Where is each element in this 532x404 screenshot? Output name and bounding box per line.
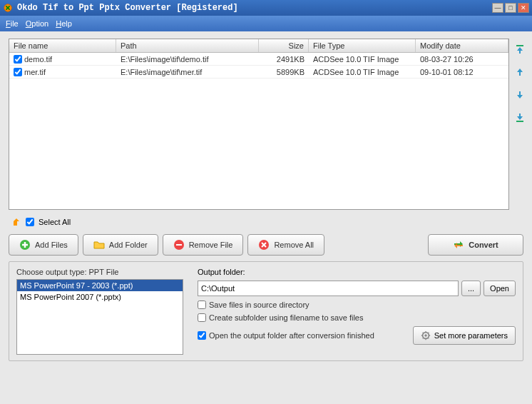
convert-button[interactable]: Convert <box>428 234 523 256</box>
remove-file-button[interactable]: Remove File <box>163 234 244 256</box>
cell-path: E:\Files\image\tif\mer.tif <box>116 67 259 77</box>
menu-file[interactable]: File <box>6 19 19 28</box>
convert-label: Convert <box>469 241 498 249</box>
remove-icon <box>173 239 185 251</box>
create-subfolder-checkbox[interactable] <box>198 313 206 322</box>
svg-rect-1 <box>516 45 523 46</box>
set-more-parameters-button[interactable]: Set more parameters <box>413 326 516 345</box>
move-up-button[interactable] <box>513 66 526 79</box>
reorder-buttons <box>513 39 526 210</box>
up-folder-icon[interactable] <box>11 217 21 227</box>
remove-all-label: Remove All <box>274 241 314 249</box>
output-type-label: Choose output type: PPT File <box>16 268 183 276</box>
save-in-source-checkbox[interactable] <box>198 301 206 309</box>
cell-filename: mer.tif <box>24 68 46 76</box>
svg-point-8 <box>424 334 427 337</box>
move-top-button[interactable] <box>513 43 526 56</box>
svg-rect-2 <box>516 121 523 122</box>
remove-file-label: Remove File <box>189 241 233 249</box>
select-all-label: Select All <box>39 218 71 226</box>
move-down-button[interactable] <box>513 89 526 101</box>
open-folder-button[interactable]: Open <box>484 281 516 296</box>
row-checkbox[interactable] <box>14 55 22 64</box>
header-path[interactable]: Path <box>116 39 259 52</box>
add-icon <box>19 239 31 251</box>
minimize-button[interactable]: — <box>492 3 503 13</box>
open-after-row[interactable]: Open the output folder after conversion … <box>198 331 374 340</box>
header-filetype[interactable]: File Type <box>309 39 416 52</box>
file-table: File name Path Size File Type Modify dat… <box>9 39 509 210</box>
save-in-source-row[interactable]: Save files in source directory <box>198 301 516 309</box>
svg-rect-5 <box>176 244 182 246</box>
open-after-label: Open the output folder after conversion … <box>209 331 374 340</box>
menu-bar: File Option Help <box>0 16 532 31</box>
cell-type: ACDSee 10.0 TIF Image <box>309 54 416 64</box>
cell-size: 5899KB <box>259 67 309 77</box>
maximize-button[interactable]: □ <box>505 3 516 13</box>
params-label: Set more parameters <box>434 331 508 340</box>
save-in-source-label: Save files in source directory <box>209 301 310 309</box>
output-panel: Choose output type: PPT File MS PowerPoi… <box>9 261 523 361</box>
remove-all-button[interactable]: Remove All <box>247 234 324 256</box>
cell-type: ACDSee 10.0 TIF Image <box>309 67 416 77</box>
select-all-checkbox[interactable] <box>26 218 34 226</box>
folder-icon <box>93 239 105 251</box>
app-icon <box>3 3 13 13</box>
open-after-checkbox[interactable] <box>198 331 206 340</box>
browse-button[interactable]: ... <box>461 281 481 296</box>
type-item-pptx[interactable]: MS PowerPoint 2007 (*.pptx) <box>17 291 183 303</box>
create-subfolder-label: Create subfolder using filename to save … <box>209 313 363 322</box>
header-modifydate[interactable]: Modify date <box>416 39 508 52</box>
remove-all-icon <box>258 239 270 251</box>
output-folder-label: Output folder: <box>198 268 516 276</box>
header-filename[interactable]: File name <box>9 39 116 52</box>
window-title: Okdo Tif to Ppt Pptx Converter [Register… <box>17 3 492 13</box>
table-row[interactable]: mer.tifE:\Files\image\tif\mer.tif5899KBA… <box>9 66 508 79</box>
add-files-button[interactable]: Add Files <box>9 234 78 256</box>
add-files-label: Add Files <box>35 241 68 249</box>
menu-help[interactable]: Help <box>56 19 72 28</box>
convert-icon <box>453 239 464 251</box>
cell-filename: demo.tif <box>24 55 52 64</box>
header-size[interactable]: Size <box>259 39 309 52</box>
output-folder-input[interactable] <box>198 281 459 296</box>
add-folder-button[interactable]: Add Folder <box>83 234 158 256</box>
table-row[interactable]: demo.tifE:\Files\image\tif\demo.tif2491K… <box>9 53 508 66</box>
cell-date: 09-10-01 08:12 <box>416 67 508 77</box>
type-item-ppt[interactable]: MS PowerPoint 97 - 2003 (*.ppt) <box>17 280 183 291</box>
close-button[interactable]: ✕ <box>518 3 529 13</box>
row-checkbox[interactable] <box>14 68 22 76</box>
cell-size: 2491KB <box>259 54 309 64</box>
cell-path: E:\Files\image\tif\demo.tif <box>116 54 259 64</box>
create-subfolder-row[interactable]: Create subfolder using filename to save … <box>198 313 516 322</box>
add-folder-label: Add Folder <box>109 241 148 249</box>
move-bottom-button[interactable] <box>513 111 526 124</box>
table-header: File name Path Size File Type Modify dat… <box>9 39 508 53</box>
gear-icon <box>421 330 431 340</box>
title-bar: Okdo Tif to Ppt Pptx Converter [Register… <box>0 0 532 16</box>
menu-option[interactable]: Option <box>26 19 48 28</box>
cell-date: 08-03-27 10:26 <box>416 54 508 64</box>
output-type-list[interactable]: MS PowerPoint 97 - 2003 (*.ppt) MS Power… <box>16 279 183 355</box>
